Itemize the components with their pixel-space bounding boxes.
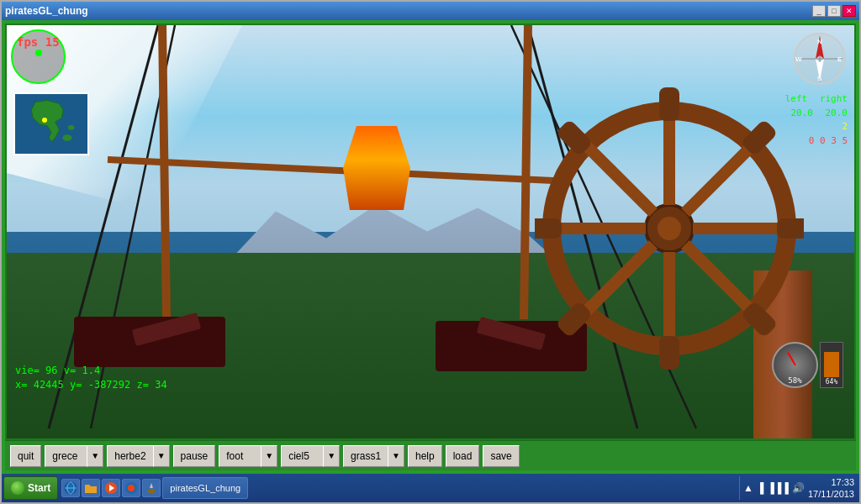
- svg-line-15: [685, 244, 753, 312]
- secondary-pct: 64%: [826, 378, 837, 386]
- svg-line-16: [685, 145, 753, 213]
- svg-text:S: S: [817, 75, 822, 82]
- svg-line-17: [586, 244, 653, 312]
- tray-arrow-icon[interactable]: ▲: [743, 482, 753, 494]
- svg-rect-21: [777, 218, 804, 239]
- svg-point-27: [62, 134, 71, 141]
- system-tray: ▲ ▐ ▐▐▐ 🔊 17:33 17/11/2013: [739, 476, 858, 501]
- herbe2-dropdown: herbe2 ▼: [107, 445, 169, 467]
- stats-panel: left right 20.0 20.0 2 0 0 3 5: [785, 92, 848, 148]
- taskbar: Start piratesGL_chung: [2, 474, 859, 502]
- stats-values: 20.0 20.0: [785, 107, 848, 121]
- pause-button[interactable]: pause: [173, 445, 216, 467]
- tray-network-icon: ▐: [757, 482, 764, 494]
- svg-point-8: [658, 217, 681, 240]
- minimap-player-dot: [42, 118, 47, 123]
- secondary-gauge: 64%: [820, 342, 843, 388]
- svg-text:W: W: [795, 55, 802, 63]
- title-bar: piratesGL_chung _ □ ✕: [2, 2, 859, 20]
- tray-volume-icon[interactable]: 🔊: [792, 482, 805, 494]
- help-button[interactable]: help: [408, 445, 442, 467]
- wheel-svg: [535, 52, 804, 405]
- content-area: fps 15 vie= 96 v= 1.4 x= 42445 y= -38729…: [2, 20, 859, 474]
- taskbar-icon-firefox[interactable]: [122, 479, 140, 497]
- start-button[interactable]: Start: [3, 476, 58, 500]
- minimize-button[interactable]: _: [812, 5, 826, 17]
- right-val: 20.0: [826, 108, 848, 118]
- close-button[interactable]: ✕: [843, 5, 856, 17]
- stats-labels: left right: [785, 92, 848, 107]
- svg-rect-19: [659, 336, 679, 370]
- window-controls: _ □ ✕: [812, 5, 856, 17]
- minimap: [13, 92, 89, 155]
- taskbar-icon-ie[interactable]: [61, 479, 80, 497]
- svg-point-44: [128, 485, 135, 491]
- start-orb: [11, 481, 24, 495]
- speed-needle: [787, 351, 796, 365]
- taskbar-items: piratesGL_chung: [58, 477, 739, 499]
- svg-rect-18: [659, 87, 679, 121]
- load-button[interactable]: load: [446, 445, 480, 467]
- main-window: piratesGL_chung _ □ ✕: [0, 0, 861, 504]
- ship-wheel: [535, 52, 804, 405]
- speed-pct: 58%: [774, 376, 816, 385]
- foot-arrow[interactable]: ▼: [261, 445, 277, 467]
- left-label: left: [785, 93, 808, 104]
- ciel5-arrow[interactable]: ▼: [323, 445, 340, 467]
- left-val: 20.0: [790, 108, 813, 118]
- grass1-dropdown: grass1 ▼: [343, 445, 404, 467]
- system-clock: 17:33 17/11/2013: [808, 476, 854, 501]
- coords-line1: vie= 96 v= 1.4: [15, 364, 167, 378]
- counter: 0 0 3 5: [785, 134, 848, 149]
- quit-button[interactable]: quit: [10, 445, 41, 467]
- compass: N S W E: [793, 32, 848, 87]
- taskbar-icon-play[interactable]: [102, 479, 120, 497]
- svg-point-28: [68, 125, 75, 130]
- save-button[interactable]: save: [483, 445, 519, 467]
- window-title: piratesGL_chung: [5, 5, 88, 17]
- start-label: Start: [28, 482, 50, 494]
- grece-arrow[interactable]: ▼: [87, 445, 103, 467]
- grass1-label: grass1: [343, 445, 388, 467]
- ciel5-dropdown: ciel5 ▼: [281, 445, 340, 467]
- taskbar-icon-ship[interactable]: [142, 479, 161, 497]
- svg-line-14: [586, 145, 653, 213]
- score: 2: [785, 120, 848, 134]
- fps-counter: fps 15: [17, 35, 60, 49]
- right-label: right: [820, 93, 848, 104]
- herbe2-label: herbe2: [107, 445, 152, 467]
- svg-rect-20: [535, 218, 562, 239]
- grass1-arrow[interactable]: ▼: [388, 445, 404, 467]
- taskbar-icon-folder[interactable]: [82, 479, 100, 497]
- svg-text:E: E: [837, 55, 843, 63]
- sail-fire: [343, 126, 410, 210]
- active-window-item[interactable]: piratesGL_chung: [162, 477, 248, 499]
- clock-date: 17/11/2013: [808, 488, 854, 500]
- maximize-button[interactable]: □: [827, 5, 841, 17]
- foot-dropdown: foot ▼: [219, 445, 277, 467]
- active-window-label: piratesGL_chung: [170, 483, 240, 493]
- tray-signal-icon: ▐▐▐: [767, 482, 789, 494]
- grece-label: grece: [45, 445, 87, 467]
- coords-line2: x= 42445 y= -387292 z= 34: [15, 378, 167, 392]
- clock-time: 17:33: [808, 476, 854, 488]
- svg-text:N: N: [817, 38, 822, 45]
- minimap-svg: [15, 94, 87, 154]
- speedometer: 58% 64%: [772, 342, 848, 392]
- game-viewport[interactable]: fps 15 vie= 96 v= 1.4 x= 42445 y= -38729…: [5, 24, 856, 440]
- compass-svg: N S W E: [793, 32, 848, 87]
- ciel5-label: ciel5: [281, 445, 323, 467]
- toolbar: quit grece ▼ herbe2 ▼ pause foot ▼ ciel5…: [5, 440, 856, 470]
- foot-label: foot: [219, 445, 261, 467]
- speed-gauge: 58%: [772, 342, 818, 388]
- grece-dropdown: grece ▼: [45, 445, 103, 467]
- herbe2-arrow[interactable]: ▼: [153, 445, 170, 467]
- radar-dot: [35, 50, 42, 56]
- coordinates-display: vie= 96 v= 1.4 x= 42445 y= -387292 z= 34: [15, 364, 167, 392]
- secondary-bar: [824, 352, 839, 377]
